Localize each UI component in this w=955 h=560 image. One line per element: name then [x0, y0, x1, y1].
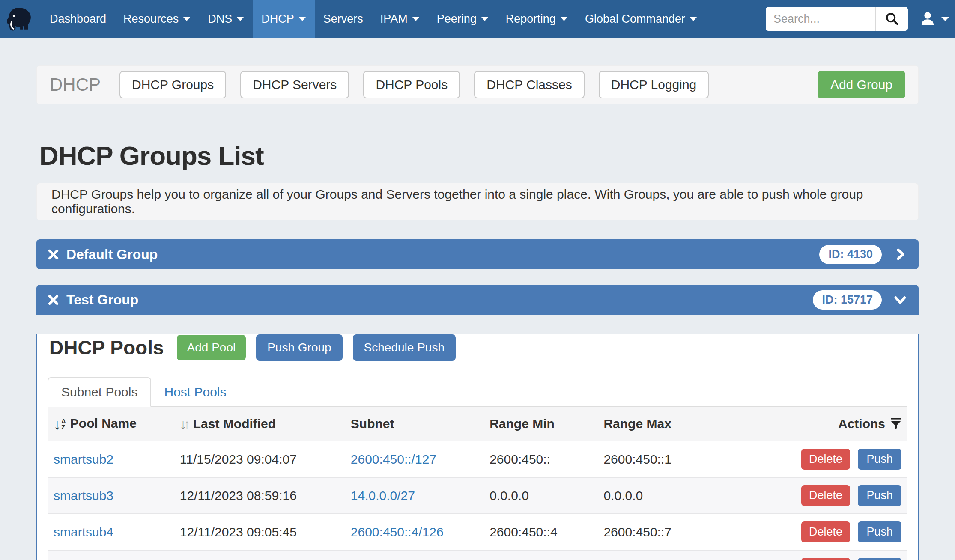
search-input[interactable]: [766, 7, 875, 31]
chevron-down-icon: [560, 17, 568, 21]
push-button[interactable]: Push: [858, 521, 901, 542]
remove-group-icon[interactable]: [48, 294, 59, 306]
sort-alphabetical-icon[interactable]: ↓AZ: [54, 417, 66, 432]
add-pool-button[interactable]: Add Pool: [177, 335, 246, 360]
tab-subnet-pools[interactable]: Subnet Pools: [48, 377, 151, 407]
nav-item-dhcp[interactable]: DHCP: [253, 0, 315, 38]
pool-name-link[interactable]: smartsub4: [54, 525, 113, 539]
tab-host-pools[interactable]: Host Pools: [151, 378, 239, 406]
table-row: smartsub2 11/15/2023 09:04:07 2600:450::…: [48, 441, 907, 477]
group-name: Default Group: [66, 247, 158, 262]
subnet-link[interactable]: 2600:450::4/126: [351, 525, 444, 539]
range-max-cell: 2600:450::7: [597, 514, 795, 550]
chevron-down-icon: [183, 17, 191, 21]
navbar-right: [766, 0, 955, 38]
search-bar: [766, 7, 908, 31]
top-navbar: Dashboard Resources DNS DHCP Servers IPA…: [0, 0, 955, 38]
group-name: Test Group: [66, 292, 138, 308]
column-header-range-min: Range Min: [483, 407, 597, 441]
dhcp-pools-button[interactable]: DHCP Pools: [363, 71, 460, 98]
page-description: DHCP Groups help you to organize all of …: [51, 187, 904, 216]
column-header-pool-name: ↓AZPool Name: [48, 407, 174, 441]
nav-item-global-commander[interactable]: Global Commander: [576, 0, 706, 38]
range-max-cell: 0.0.0.0: [597, 477, 795, 514]
user-menu[interactable]: [919, 10, 949, 27]
pools-title: DHCP Pools: [49, 336, 164, 359]
nav-item-servers[interactable]: Servers: [315, 0, 372, 38]
dhcp-groups-button[interactable]: DHCP Groups: [119, 71, 226, 98]
delete-button[interactable]: Delete: [801, 558, 850, 560]
nav-item-ipam[interactable]: IPAM: [372, 0, 428, 38]
table-header-row: ↓AZPool Name ↓↑Last Modified Subnet Rang…: [48, 407, 907, 441]
table-row: smartsub4 12/11/2023 09:05:45 2600:450::…: [48, 514, 907, 550]
nav-item-peering[interactable]: Peering: [428, 0, 497, 38]
column-header-last-modified: ↓↑Last Modified: [174, 407, 345, 441]
pool-name-link[interactable]: smartsub2: [54, 452, 113, 466]
push-group-button[interactable]: Push Group: [256, 334, 342, 361]
chevron-down-icon: [236, 17, 244, 21]
push-button[interactable]: Push: [858, 449, 901, 470]
add-group-button[interactable]: Add Group: [818, 71, 905, 98]
last-modified-cell: 12/11/2023 08:59:16: [174, 477, 345, 514]
column-header-subnet: Subnet: [345, 407, 483, 441]
pools-tabs: Subnet Pools Host Pools: [48, 377, 907, 407]
nav-item-dashboard[interactable]: Dashboard: [41, 0, 115, 38]
pools-header: DHCP Pools Add Pool Push Group Schedule …: [48, 334, 907, 361]
toolbar-title: DHCP: [50, 74, 101, 95]
dhcp-servers-button[interactable]: DHCP Servers: [240, 71, 349, 98]
table-row: smartsub3 12/11/2023 08:59:16 14.0.0.0/2…: [48, 477, 907, 514]
page-description-panel: DHCP Groups help you to organize all of …: [36, 183, 919, 220]
chevron-down-icon: [298, 17, 306, 21]
group-id-badge: ID: 4130: [819, 245, 882, 264]
chevron-down-icon: [689, 17, 697, 21]
dhcp-logging-button[interactable]: DHCP Logging: [599, 71, 709, 98]
range-max-cell: 2600:450::1: [597, 441, 795, 477]
range-min-cell: 172.16.3.0: [483, 550, 597, 560]
sort-updown-icon[interactable]: ↓↑: [180, 417, 191, 431]
mammoth-logo[interactable]: [0, 0, 41, 38]
search-icon: [885, 12, 899, 26]
range-min-cell: 0.0.0.0: [483, 477, 597, 514]
subnet-link[interactable]: 2600:450::/127: [351, 452, 436, 466]
user-icon: [919, 10, 936, 27]
subnet-pools-table: ↓AZPool Name ↓↑Last Modified Subnet Rang…: [48, 407, 907, 560]
range-max-cell: 172.16.3.255: [597, 550, 795, 560]
last-modified-cell: 11/15/2023 09:04:07: [174, 441, 345, 477]
group-header-test-group[interactable]: Test Group ID: 15717: [36, 285, 919, 315]
chevron-right-icon[interactable]: [894, 248, 907, 261]
range-min-cell: 2600:450::: [483, 441, 597, 477]
dhcp-toolbar: DHCP DHCP Groups DHCP Servers DHCP Pools…: [36, 65, 919, 104]
nav-item-reporting[interactable]: Reporting: [497, 0, 576, 38]
group-panel-test-group: Test Group ID: 15717 DHCP Pools Add Pool…: [36, 285, 919, 560]
last-modified-cell: 12/11/2023 09:05:45: [174, 514, 345, 550]
range-min-cell: 2600:450::4: [483, 514, 597, 550]
search-button[interactable]: [875, 7, 908, 31]
column-header-actions: Actions: [795, 407, 907, 441]
column-header-range-max: Range Max: [597, 407, 795, 441]
group-body: DHCP Pools Add Pool Push Group Schedule …: [36, 334, 919, 560]
push-button[interactable]: Push: [858, 558, 901, 560]
chevron-down-icon: [412, 17, 420, 21]
group-header-default-group[interactable]: Default Group ID: 4130: [36, 239, 919, 269]
chevron-down-icon[interactable]: [894, 293, 907, 306]
nav-item-dns[interactable]: DNS: [199, 0, 253, 38]
last-modified-cell: 11/15/2023 09:33:29: [174, 550, 345, 560]
pool-name-link[interactable]: smartsub3: [54, 489, 113, 503]
remove-group-icon[interactable]: [48, 249, 59, 260]
dhcp-classes-button[interactable]: DHCP Classes: [474, 71, 585, 98]
table-row: smartsub5 11/15/2023 09:33:29 172.16.3.0…: [48, 550, 907, 560]
push-button[interactable]: Push: [858, 485, 901, 506]
nav-item-resources[interactable]: Resources: [115, 0, 199, 38]
filter-icon[interactable]: [890, 417, 901, 429]
subnet-link[interactable]: 14.0.0.0/27: [351, 489, 415, 503]
delete-button[interactable]: Delete: [801, 521, 850, 542]
chevron-down-icon: [941, 17, 949, 21]
page-title: DHCP Groups List: [39, 140, 919, 171]
group-id-badge: ID: 15717: [813, 290, 882, 310]
delete-button[interactable]: Delete: [801, 485, 850, 506]
mammoth-logo-icon: [5, 5, 33, 33]
schedule-push-button[interactable]: Schedule Push: [353, 334, 456, 361]
chevron-down-icon: [481, 17, 489, 21]
nav-links: Dashboard Resources DNS DHCP Servers IPA…: [41, 0, 706, 38]
delete-button[interactable]: Delete: [801, 449, 850, 470]
